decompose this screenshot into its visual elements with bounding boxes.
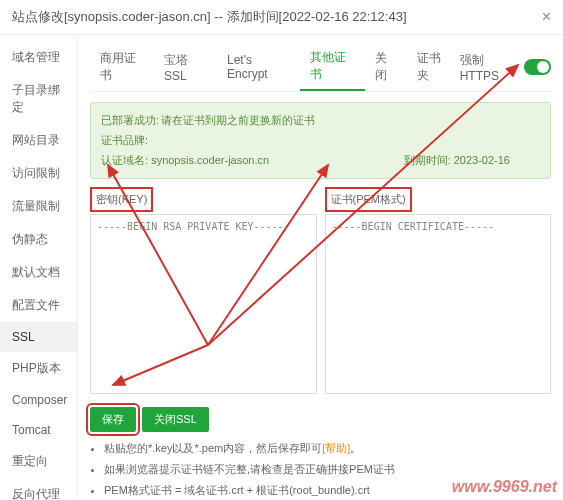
sidebar-item-subdir[interactable]: 子目录绑定 — [0, 74, 77, 124]
sidebar: 域名管理 子目录绑定 网站目录 访问限制 流量限制 伪静态 默认文档 配置文件 … — [0, 35, 78, 499]
tip-2: 如果浏览器提示证书链不完整,请检查是否正确拼接PEM证书 — [104, 459, 551, 480]
expire-value: 2023-02-16 — [454, 154, 510, 166]
brand-label: 证书品牌: — [101, 131, 161, 151]
domain-label: 认证域名: — [101, 154, 148, 166]
close-icon[interactable]: × — [542, 8, 551, 26]
sidebar-item-php[interactable]: PHP版本 — [0, 352, 77, 385]
sidebar-item-config[interactable]: 配置文件 — [0, 289, 77, 322]
sidebar-item-access[interactable]: 访问限制 — [0, 157, 77, 190]
help-link[interactable]: [帮助] — [322, 442, 350, 454]
deploy-success-box: 已部署成功: 请在证书到期之前更换新的证书 证书品牌: 认证域名: synops… — [90, 102, 551, 179]
tab-other[interactable]: 其他证书 — [300, 43, 364, 91]
pem-label: 证书(PEM格式) — [325, 187, 412, 212]
pem-textarea[interactable] — [325, 214, 552, 394]
sidebar-item-sitedir[interactable]: 网站目录 — [0, 124, 77, 157]
sidebar-item-redirect[interactable]: 重定向 — [0, 445, 77, 478]
save-button[interactable]: 保存 — [90, 407, 136, 432]
tab-btssl[interactable]: 宝塔SSL — [154, 46, 217, 89]
key-textarea[interactable] — [90, 214, 317, 394]
sidebar-item-proxy[interactable]: 反向代理 — [0, 478, 77, 500]
expire-label: 到期时间: — [404, 154, 451, 166]
sidebar-item-default[interactable]: 默认文档 — [0, 256, 77, 289]
tip-1: 粘贴您的*.key以及*.pem内容，然后保存即可[帮助]。 — [104, 438, 551, 459]
sidebar-item-traffic[interactable]: 流量限制 — [0, 190, 77, 223]
dialog-title: 站点修改[synopsis.coder-jason.cn] -- 添加时间[20… — [12, 8, 407, 26]
key-label: 密钥(KEY) — [90, 187, 153, 212]
force-https-label: 强制HTTPS — [460, 52, 518, 83]
sidebar-item-domain[interactable]: 域名管理 — [0, 41, 77, 74]
tab-certfolder[interactable]: 证书夹 — [407, 44, 460, 90]
deployed-label: 已部署成功: — [101, 111, 161, 131]
tab-commercial[interactable]: 商用证书 — [90, 44, 154, 90]
sidebar-item-tomcat[interactable]: Tomcat — [0, 415, 77, 445]
tip-3: PEM格式证书 = 域名证书.crt + 根证书(root_bundle).cr… — [104, 480, 551, 499]
tab-letsencrypt[interactable]: Let's Encrypt — [217, 47, 300, 87]
tips-list: 粘贴您的*.key以及*.pem内容，然后保存即可[帮助]。 如果浏览器提示证书… — [90, 438, 551, 499]
sidebar-item-rewrite[interactable]: 伪静态 — [0, 223, 77, 256]
close-ssl-button[interactable]: 关闭SSL — [142, 407, 209, 432]
force-https-toggle[interactable] — [524, 59, 551, 75]
sidebar-item-composer[interactable]: Composer — [0, 385, 77, 415]
tabs: 商用证书 宝塔SSL Let's Encrypt 其他证书 关闭 证书夹 强制H… — [90, 43, 551, 92]
main-panel: 商用证书 宝塔SSL Let's Encrypt 其他证书 关闭 证书夹 强制H… — [78, 35, 563, 499]
domain-value: synopsis.coder-jason.cn — [151, 154, 269, 166]
sidebar-item-ssl[interactable]: SSL — [0, 322, 77, 352]
deployed-value: 请在证书到期之前更换新的证书 — [161, 111, 315, 131]
tab-close[interactable]: 关闭 — [365, 44, 407, 90]
